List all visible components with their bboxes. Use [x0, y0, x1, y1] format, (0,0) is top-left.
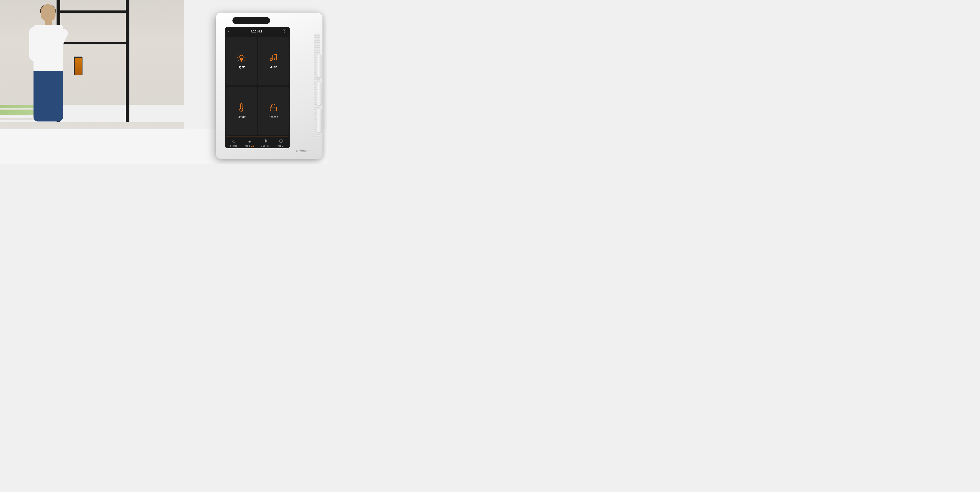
status-time: 9:20 AM: [250, 30, 262, 33]
nav-cameras[interactable]: Cameras: [259, 139, 271, 147]
nav-scenes[interactable]: ☆ Scenes: [228, 139, 239, 147]
climate-icon: [237, 103, 246, 113]
climate-label: Climate: [236, 115, 246, 119]
person-head: [41, 4, 56, 21]
screen-bezel: ‹ 9:20 AM: [225, 27, 290, 148]
svg-point-0: [284, 30, 285, 32]
device-camera-bar: [232, 17, 270, 24]
music-icon: [269, 53, 277, 64]
brilliant-device: ‹ 9:20 AM: [216, 13, 323, 159]
scenes-icon: ☆: [232, 139, 235, 144]
side-button-1[interactable]: [316, 54, 321, 78]
svg-point-1: [240, 55, 243, 59]
side-button-3[interactable]: [316, 109, 321, 132]
add-label: Add De: [278, 145, 285, 147]
wall-panel[interactable]: [74, 57, 83, 75]
alexa-on-badge: ON: [251, 145, 254, 147]
access-tile[interactable]: Access: [258, 87, 288, 135]
access-icon: [269, 103, 277, 113]
person-figure: [27, 4, 73, 124]
status-bar: ‹ 9:20 AM: [225, 27, 290, 35]
svg-line-3: [244, 55, 244, 55]
cameras-icon: [263, 139, 267, 144]
back-button[interactable]: ‹: [228, 29, 229, 33]
svg-line-9: [239, 55, 239, 55]
scenes-label: Scenes: [230, 145, 237, 147]
svg-point-14: [274, 58, 277, 60]
svg-point-19: [265, 140, 266, 142]
person-pants: [33, 71, 63, 121]
svg-point-13: [270, 59, 272, 61]
brilliant-brand-text: brilliant: [296, 149, 310, 153]
alexa-label: Alexa ON: [245, 145, 254, 147]
access-label: Access: [269, 115, 278, 119]
screen-content: ‹ 9:20 AM: [225, 27, 290, 148]
person-body: [33, 25, 63, 75]
svg-rect-15: [270, 107, 277, 111]
svg-point-18: [264, 140, 267, 142]
svg-line-5: [244, 60, 244, 61]
lights-label: Lights: [237, 65, 245, 69]
device-shell: ‹ 9:20 AM: [216, 13, 323, 159]
alexa-icon: [247, 139, 251, 144]
window-frame-right: [126, 0, 129, 129]
controls-grid: Lights Music: [225, 35, 290, 137]
settings-icon[interactable]: [283, 29, 286, 34]
nav-add[interactable]: Add De: [275, 139, 287, 147]
climate-tile[interactable]: Climate: [226, 87, 257, 135]
lights-tile[interactable]: Lights: [226, 37, 257, 86]
add-icon: [279, 139, 283, 144]
side-button-2[interactable]: [316, 82, 321, 105]
light-icon: [237, 53, 246, 64]
nav-alexa[interactable]: Alexa ON: [244, 139, 255, 147]
cameras-label: Cameras: [261, 145, 269, 147]
svg-line-7: [239, 60, 239, 61]
bottom-nav: ☆ Scenes Alexa ON: [225, 137, 290, 148]
music-tile[interactable]: Music: [258, 37, 288, 86]
wall-panel-screen: [75, 58, 82, 75]
music-label: Music: [269, 65, 277, 69]
